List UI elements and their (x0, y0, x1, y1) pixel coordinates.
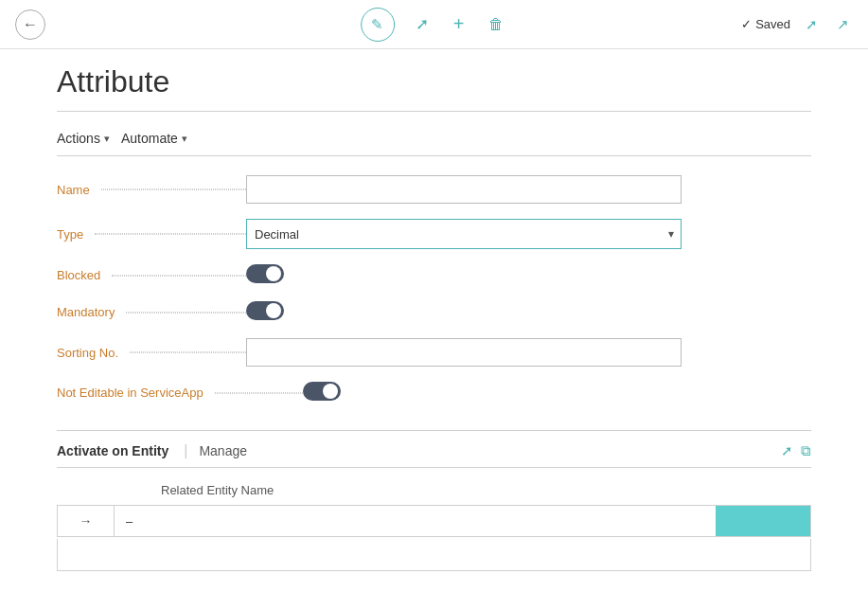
automate-dropdown[interactable]: Automate ▾ (121, 131, 187, 146)
activate-on-entity-tab[interactable]: Activate on Entity (57, 443, 168, 466)
share-icon: ➚ (416, 14, 429, 34)
bottom-share-icon[interactable]: ➚ (781, 442, 793, 459)
blocked-toggle-wrapper (246, 264, 284, 283)
type-control: Decimal Text Integer Boolean Date ▾ (246, 219, 682, 249)
delete-icon: 🗑 (488, 16, 504, 33)
type-select-wrapper: Decimal Text Integer Boolean Date ▾ (246, 219, 682, 249)
add-icon: + (453, 13, 465, 35)
mandatory-toggle-wrapper (246, 301, 284, 320)
share-button[interactable]: ➚ (412, 10, 433, 38)
mandatory-dots (126, 312, 246, 314)
page-content: Attribute Actions ▾ Automate ▾ Name Type (0, 49, 868, 586)
bottom-expand-icon[interactable]: ⧉ (801, 442, 811, 459)
manage-tab[interactable]: Manage (199, 443, 247, 466)
bottom-section: Activate on Entity | Manage ➚ ⧉ Related … (57, 430, 811, 571)
fullscreen-button[interactable]: ↗ (833, 12, 853, 37)
blocked-toggle[interactable] (246, 264, 284, 283)
table-row-empty (57, 539, 811, 571)
back-button[interactable]: ← (15, 9, 45, 40)
automate-label: Automate (121, 131, 178, 146)
tab-divider: | (184, 442, 187, 459)
toolbar-right: ✓ Saved ➚ ↗ (741, 12, 853, 37)
mandatory-label: Mandatory (57, 305, 246, 319)
table-row-highlight (716, 506, 810, 536)
expand-icon: ➚ (806, 16, 818, 33)
toolbar: ← ✎ ➚ + 🗑 ✓ Saved ➚ ↗ (0, 0, 868, 49)
expand-button[interactable]: ➚ (802, 12, 822, 37)
not-editable-dots (215, 392, 303, 394)
check-icon: ✓ (741, 17, 752, 31)
table-section: Related Entity Name → – (57, 479, 811, 571)
automate-chevron: ▾ (182, 133, 187, 145)
toolbar-center-actions: ✎ ➚ + 🗑 (361, 8, 508, 42)
sorting-control (246, 338, 682, 367)
table-row-arrow[interactable]: → (58, 506, 115, 536)
name-label: Name (57, 183, 246, 197)
not-editable-row: Not Editable in ServiceApp (57, 382, 811, 404)
actions-dropdown[interactable]: Actions ▾ (57, 131, 110, 146)
table-row: → – (57, 505, 811, 537)
type-label: Type (57, 227, 246, 242)
page-title: Attribute (57, 64, 811, 99)
name-control (246, 175, 682, 204)
table-row-cell[interactable]: – (115, 506, 716, 536)
not-editable-label: Not Editable in ServiceApp (57, 386, 303, 400)
type-select[interactable]: Decimal Text Integer Boolean Date (246, 219, 682, 249)
blocked-row: Blocked (57, 264, 811, 286)
edit-button[interactable]: ✎ (361, 8, 395, 42)
name-input[interactable] (246, 175, 682, 204)
sorting-input[interactable] (246, 338, 682, 367)
back-icon: ← (23, 16, 38, 33)
saved-text: Saved (755, 17, 790, 31)
fullscreen-icon: ↗ (837, 16, 849, 33)
actions-bar: Actions ▾ Automate ▾ (57, 121, 811, 156)
add-button[interactable]: + (450, 9, 469, 39)
mandatory-row: Mandatory (57, 301, 811, 323)
title-divider (57, 111, 811, 112)
bottom-tabs: Activate on Entity | Manage ➚ ⧉ (57, 431, 811, 468)
type-dots (95, 233, 246, 235)
form-section: Name Type Decimal Text Integer Boolean (57, 175, 811, 404)
mandatory-toggle[interactable] (246, 301, 284, 320)
bottom-tab-icons: ➚ ⧉ (781, 442, 811, 467)
name-row: Name (57, 175, 811, 204)
col-header: Related Entity Name (57, 479, 811, 501)
edit-icon: ✎ (371, 16, 383, 33)
delete-button[interactable]: 🗑 (485, 12, 507, 37)
saved-status: ✓ Saved (741, 17, 790, 31)
blocked-control (246, 264, 682, 286)
sorting-row: Sorting No. (57, 338, 811, 367)
not-editable-toggle[interactable] (303, 382, 341, 401)
mandatory-control (246, 301, 682, 323)
actions-label: Actions (57, 131, 100, 146)
name-dots (101, 188, 246, 190)
not-editable-toggle-wrapper (303, 382, 341, 401)
actions-chevron: ▾ (104, 133, 110, 145)
sorting-label: Sorting No. (57, 346, 246, 360)
blocked-dots (112, 275, 246, 277)
sorting-dots (130, 351, 246, 353)
not-editable-control (303, 382, 738, 404)
type-row: Type Decimal Text Integer Boolean Date ▾ (57, 219, 811, 249)
blocked-label: Blocked (57, 268, 246, 282)
